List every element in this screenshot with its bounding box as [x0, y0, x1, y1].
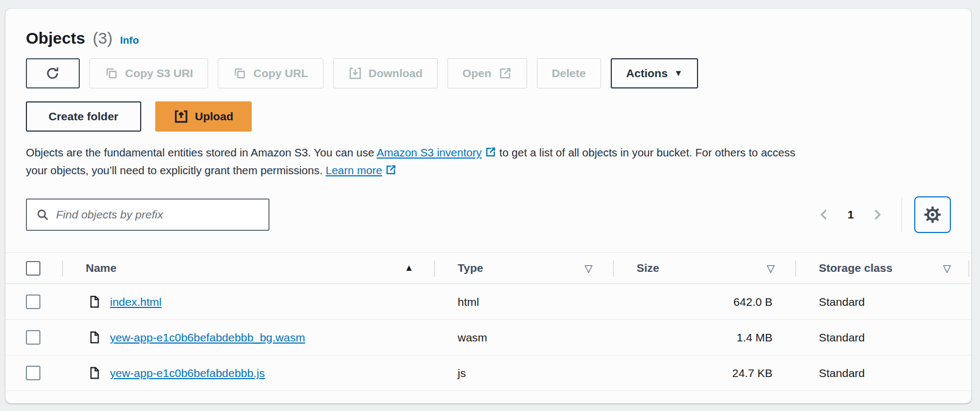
- column-label: Type: [458, 262, 483, 275]
- object-link[interactable]: yew-app-e1c0b6befabdebbb_bg.wasm: [110, 331, 305, 344]
- panel-header: Objects (3) Info: [5, 29, 971, 47]
- column-header-type[interactable]: Type ▽: [434, 253, 613, 283]
- table-header-row: Name ▲ Type ▽ Size ▽ Storage class ▽: [5, 253, 971, 284]
- description-line-1: Objects are the fundamental entities sto…: [26, 143, 926, 161]
- amazon-s3-inventory-link[interactable]: Amazon S3 inventory: [377, 146, 482, 159]
- column-label: Name: [86, 262, 116, 275]
- learn-more-link[interactable]: Learn more: [326, 164, 382, 176]
- divider: [62, 261, 63, 277]
- objects-table: Name ▲ Type ▽ Size ▽ Storage class ▽: [5, 252, 971, 391]
- table-row: yew-app-e1c0b6befabdebbb_bg.wasm wasm 1.…: [5, 320, 971, 355]
- cell-size: 1.4 MB: [613, 331, 795, 344]
- pagination: 1: [814, 196, 951, 233]
- divider: [901, 197, 902, 232]
- open-button[interactable]: Open: [447, 58, 527, 88]
- delete-label: Delete: [552, 67, 586, 80]
- copy-url-button[interactable]: Copy URL: [218, 58, 323, 88]
- page-title: Objects: [26, 29, 85, 47]
- copy-icon: [233, 66, 247, 80]
- column-header-storage-class[interactable]: Storage class ▽: [795, 253, 971, 283]
- filter-row: 1: [5, 196, 971, 233]
- select-all-checkbox[interactable]: [26, 261, 40, 276]
- sort-icon[interactable]: ▽: [943, 262, 951, 275]
- create-folder-button[interactable]: Create folder: [26, 101, 141, 132]
- next-page-button[interactable]: [867, 204, 887, 225]
- table-row: yew-app-e1c0b6befabdebbb.js js 24.7 KB S…: [5, 355, 971, 391]
- upload-button[interactable]: Upload: [155, 101, 252, 132]
- file-icon: [88, 331, 101, 344]
- name-cell: index.html: [62, 295, 434, 309]
- object-count: (3): [93, 29, 113, 47]
- column-header-name[interactable]: Name ▲: [62, 253, 434, 283]
- download-button[interactable]: Download: [333, 58, 438, 88]
- preferences-button[interactable]: [914, 196, 951, 233]
- upload-icon: [174, 109, 189, 124]
- chevron-left-icon: [817, 208, 831, 222]
- search-box: [26, 198, 270, 231]
- table-body: index.html html 642.0 B Standard yew-app…: [5, 284, 971, 391]
- cell-type: wasm: [434, 331, 613, 344]
- description-text: Objects are the fundamental entities sto…: [26, 146, 377, 159]
- row-checkbox[interactable]: [26, 294, 40, 309]
- copy-url-label: Copy URL: [253, 67, 308, 80]
- file-icon: [88, 366, 101, 380]
- chevron-right-icon: [870, 208, 884, 222]
- divider: [968, 261, 969, 277]
- objects-description: Objects are the fundamental entities sto…: [5, 143, 946, 179]
- search-icon: [36, 208, 50, 222]
- row-select-cell: [5, 284, 62, 319]
- previous-page-button[interactable]: [814, 204, 834, 225]
- divider: [795, 261, 796, 277]
- delete-button[interactable]: Delete: [537, 58, 601, 88]
- cell-size: 642.0 B: [613, 296, 795, 309]
- copy-s3-uri-button[interactable]: Copy S3 URI: [89, 58, 208, 88]
- copy-icon: [105, 66, 119, 80]
- name-cell: yew-app-e1c0b6befabdebbb.js: [62, 366, 434, 380]
- current-page[interactable]: 1: [839, 208, 862, 221]
- name-cell: yew-app-e1c0b6befabdebbb_bg.wasm: [62, 331, 434, 344]
- column-label: Size: [637, 262, 659, 275]
- toolbar-row-2: Create folder Upload: [5, 101, 971, 132]
- divider: [613, 261, 614, 277]
- caret-down-icon: ▼: [674, 69, 683, 78]
- cell-storage-class: Standard: [795, 296, 971, 309]
- sort-ascending-icon[interactable]: ▲: [404, 263, 413, 273]
- refresh-icon: [45, 66, 60, 81]
- actions-label: Actions: [626, 67, 668, 80]
- download-icon: [348, 66, 362, 80]
- refresh-button[interactable]: [26, 58, 80, 88]
- toolbar-row-1: Copy S3 URI Copy URL Download: [5, 58, 971, 88]
- gear-icon: [924, 206, 941, 223]
- table-row: index.html html 642.0 B Standard: [5, 284, 971, 320]
- object-link[interactable]: yew-app-e1c0b6befabdebbb.js: [110, 367, 265, 380]
- search-input[interactable]: [56, 208, 260, 221]
- sort-icon[interactable]: ▽: [767, 262, 775, 275]
- select-all-cell: [5, 253, 62, 283]
- column-label: Storage class: [819, 262, 893, 275]
- cell-storage-class: Standard: [795, 367, 971, 380]
- sort-icon[interactable]: ▽: [584, 262, 592, 275]
- cell-type: js: [434, 367, 613, 380]
- object-link[interactable]: index.html: [110, 296, 162, 309]
- cell-type: html: [434, 296, 613, 309]
- row-select-cell: [5, 355, 62, 391]
- external-link-icon: [498, 66, 512, 80]
- description-text: your objects, you’ll need to explicitly …: [26, 164, 326, 176]
- column-header-size[interactable]: Size ▽: [613, 253, 795, 283]
- cell-size: 24.7 KB: [613, 367, 795, 380]
- description-line-2: your objects, you’ll need to explicitly …: [26, 161, 926, 179]
- external-link-icon: [385, 164, 397, 176]
- objects-panel: Objects (3) Info Copy S3 URI: [5, 9, 971, 403]
- row-checkbox[interactable]: [26, 330, 40, 345]
- file-icon: [88, 295, 101, 309]
- row-select-cell: [5, 320, 62, 355]
- upload-label: Upload: [195, 110, 233, 123]
- actions-button[interactable]: Actions ▼: [611, 58, 699, 88]
- row-checkbox[interactable]: [26, 366, 40, 380]
- download-label: Download: [369, 67, 423, 80]
- external-link-icon: [485, 146, 496, 158]
- info-link[interactable]: Info: [120, 35, 139, 46]
- description-text: to get a list of all objects in your buc…: [496, 146, 796, 159]
- copy-s3-uri-label: Copy S3 URI: [125, 67, 193, 80]
- open-label: Open: [463, 67, 492, 80]
